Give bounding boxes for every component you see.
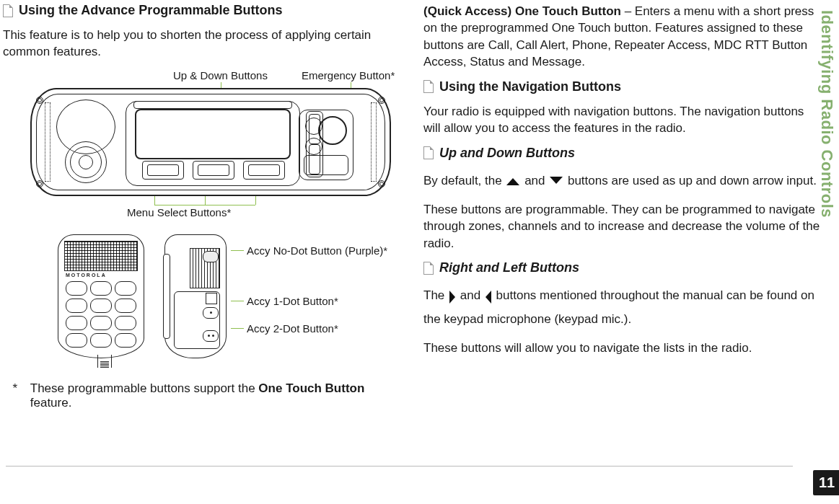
keypad — [66, 281, 136, 348]
updown-p2: These buttons are programmable. They can… — [423, 201, 824, 252]
right-button-cluster — [299, 110, 353, 180]
label-accy-1dot: Accy 1-Dot Button* — [247, 295, 338, 307]
footer-rule — [6, 466, 793, 467]
left-column: Using the Advance Programmable Buttons T… — [3, 3, 403, 410]
label-menu-select: Menu Select Buttons* — [127, 206, 231, 218]
page-number: 11 — [813, 470, 839, 495]
mic-front-view: MOTOROLA — [58, 234, 144, 358]
label-accy-2dot: Accy 2-Dot Button* — [247, 322, 338, 335]
footnote: * These programmable buttons support the… — [10, 381, 403, 410]
footnote-mark: * — [10, 381, 20, 410]
quick-access-title: (Quick Access) One Touch Button — [423, 4, 621, 18]
arrow-down-icon — [550, 177, 563, 184]
arrow-left-icon — [486, 291, 491, 304]
menu-select-1 — [142, 161, 184, 180]
heading-text: Using the Navigation Buttons — [439, 79, 621, 94]
arrow-right-icon — [449, 291, 455, 304]
heading-text: Using the Advance Programmable Buttons — [19, 3, 282, 18]
footnote-text: These programmable buttons support the O… — [30, 381, 403, 410]
rl-p1: The and buttons mentioned throughout the… — [423, 284, 824, 331]
menu-select-2 — [193, 161, 234, 180]
heading-rightleft: Right and Left Buttons — [423, 260, 824, 275]
heading-text: Up and Down Buttons — [439, 146, 575, 161]
nav-paragraph: Your radio is equipped with navigation b… — [423, 103, 824, 137]
label-accy-nodot: Accy No-Dot Button (Purple)* — [247, 244, 387, 257]
heading-nav: Using the Navigation Buttons — [423, 79, 824, 94]
section-icon — [423, 146, 434, 159]
emergency-button — [318, 116, 347, 145]
accy-2dot-button — [203, 330, 219, 342]
side-tab: Identifying Radio Controls 11 — [814, 0, 839, 504]
side-tab-title: Identifying Radio Controls — [817, 10, 836, 218]
heading-updown: Up and Down Buttons — [423, 146, 824, 161]
mic-side-view — [164, 234, 227, 358]
volume-knob — [65, 141, 107, 183]
updown-p1: By default, the and buttons are used as … — [423, 169, 824, 193]
arrow-up-icon — [506, 178, 519, 185]
section-icon — [423, 262, 434, 275]
intro-paragraph: This feature is to help you to shorten t… — [3, 27, 403, 61]
section-icon — [3, 4, 13, 17]
heading-programmable: Using the Advance Programmable Buttons — [3, 3, 403, 18]
rl-p2: These buttons will allow you to navigate… — [423, 340, 824, 356]
radio-display — [126, 101, 300, 186]
label-emergency: Emergency Button* — [302, 69, 395, 81]
accy-nodot-button — [203, 251, 219, 262]
radio-front-panel — [30, 88, 391, 196]
manual-page: Using the Advance Programmable Buttons T… — [0, 0, 839, 504]
figure-mic: Accy No-Dot Button (Purple)* Accy 1-Dot … — [50, 231, 361, 376]
right-column: (Quick Access) One Touch Button – Enters… — [423, 3, 824, 410]
figure-radio-front: Up & Down Buttons Emergency Button* Menu… — [25, 69, 400, 224]
heading-text: Right and Left Buttons — [439, 260, 579, 275]
ptt-button — [163, 254, 170, 339]
menu-select-3 — [243, 161, 285, 180]
section-icon — [423, 80, 434, 93]
quick-access-paragraph: (Quick Access) One Touch Button – Enters… — [423, 3, 824, 71]
label-updown: Up & Down Buttons — [173, 69, 268, 81]
